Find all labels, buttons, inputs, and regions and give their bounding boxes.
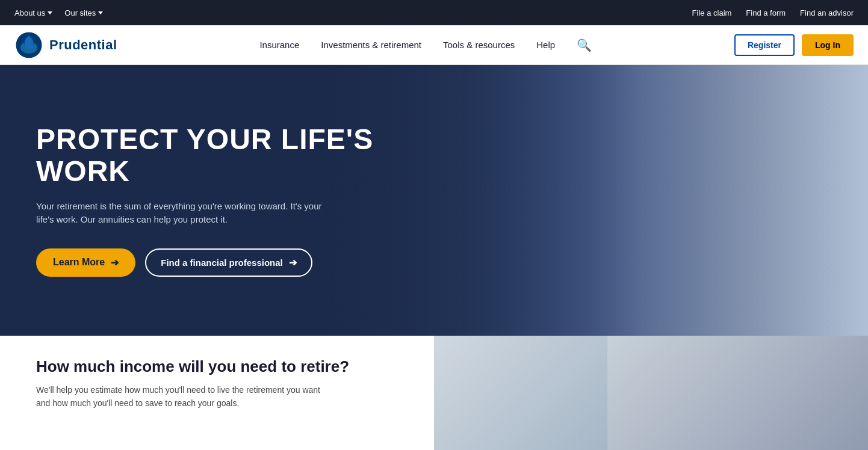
top-bar: About us Our sites File a claim Find a f… [0, 0, 868, 25]
logo-link[interactable]: Prudential [14, 31, 117, 60]
retire-text: We'll help you estimate how much you'll … [36, 383, 325, 410]
arrow-right-icon-2: ➔ [289, 257, 297, 268]
nav-insurance[interactable]: Insurance [259, 40, 299, 50]
file-a-claim-label: File a claim [692, 8, 732, 17]
nav-right: Register Log In [734, 34, 854, 56]
hero-section: PROTECT YOUR LIFE'S WORK Your retirement… [0, 65, 868, 336]
find-a-form-label: Find a form [746, 8, 786, 17]
find-an-advisor-link[interactable]: Find an advisor [800, 8, 854, 17]
hero-subtitle: Your retirement is the sum of everything… [36, 200, 337, 227]
about-us-menu[interactable]: About us [14, 8, 52, 17]
our-sites-menu[interactable]: Our sites [64, 8, 103, 17]
login-button[interactable]: Log In [802, 34, 854, 56]
learn-more-button[interactable]: Learn More ➔ [36, 248, 135, 277]
nav-help[interactable]: Help [536, 40, 555, 50]
find-a-form-link[interactable]: Find a form [746, 8, 786, 17]
about-us-chevron-icon [48, 11, 52, 14]
logo-text: Prudential [49, 37, 117, 53]
hero-title: PROTECT YOUR LIFE'S WORK [36, 124, 398, 188]
our-sites-label: Our sites [64, 8, 96, 17]
nav-investments[interactable]: Investments & retirement [321, 40, 421, 50]
top-bar-left: About us Our sites [14, 8, 103, 17]
retire-section: How much income will you need to retire?… [0, 336, 868, 450]
nav-tools[interactable]: Tools & resources [443, 40, 515, 50]
main-nav: Insurance Investments & retirement Tools… [259, 38, 592, 52]
hero-content: PROTECT YOUR LIFE'S WORK Your retirement… [0, 65, 434, 336]
header: Prudential Insurance Investments & retir… [0, 25, 868, 65]
about-us-label: About us [14, 8, 45, 17]
file-a-claim-link[interactable]: File a claim [692, 8, 732, 17]
find-an-advisor-label: Find an advisor [800, 8, 854, 17]
retire-title: How much income will you need to retire? [36, 357, 398, 376]
hero-buttons: Learn More ➔ Find a financial profession… [36, 248, 398, 277]
top-bar-right: File a claim Find a form Find an advisor [692, 8, 854, 17]
prudential-logo-icon [14, 31, 43, 60]
find-pro-label: Find a financial professional [161, 257, 283, 268]
find-financial-pro-button[interactable]: Find a financial professional ➔ [145, 248, 312, 277]
learn-more-label: Learn More [53, 257, 105, 268]
register-button[interactable]: Register [734, 34, 795, 56]
retire-image [434, 336, 868, 450]
our-sites-chevron-icon [98, 11, 103, 14]
arrow-right-icon: ➔ [111, 257, 119, 268]
search-icon[interactable]: 🔍 [577, 38, 592, 52]
retire-content: How much income will you need to retire?… [0, 336, 434, 450]
